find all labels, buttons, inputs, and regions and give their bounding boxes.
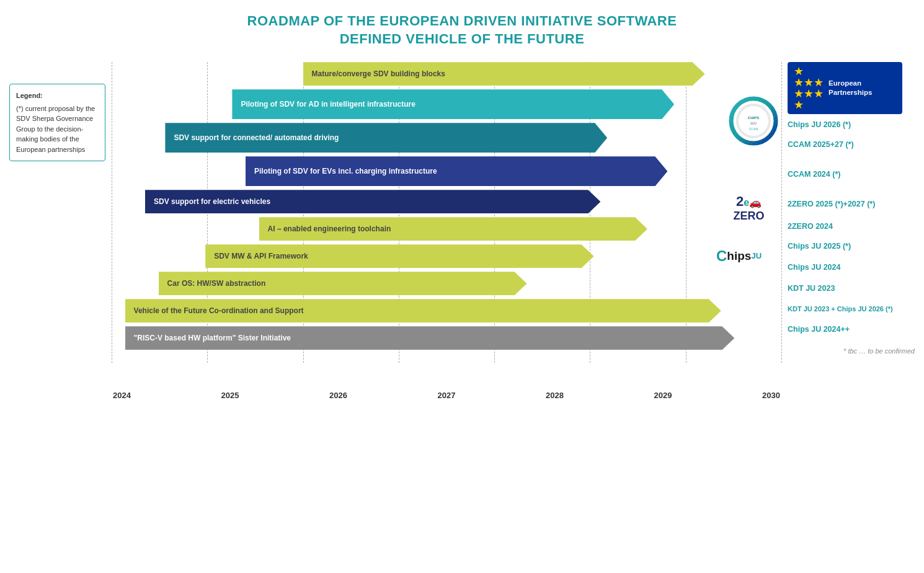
right-label-0: Chips JU 2026 (*) [788, 119, 918, 130]
footnote: * tbc … to be confirmed [788, 347, 918, 355]
right-label-3: 2ZERO 2025 (*)+2027 (*) [788, 198, 918, 210]
right-label-7: KDT JU 2023 [788, 283, 918, 294]
ccam-logo: CHIPS SDV CCAM [729, 96, 778, 146]
right-label-1: CCAM 2025+27 (*) [788, 139, 918, 150]
eu-partnerships-badge: ★★★★★★★★ European Partnerships [788, 62, 902, 114]
bar-2: Piloting of SDV for AD in intelligent in… [232, 89, 674, 119]
right-label-8: KDT JU 2023 + Chips JU 2026 (*) [788, 304, 918, 314]
bar-7: SDV MW & API Framework [205, 244, 593, 268]
twozero-logo: 2e🚗 ZERO [719, 189, 778, 226]
right-label-2: CCAM 2024 (*) [788, 169, 918, 180]
bar-row-10: "RISC-V based HW platform" Sister Initia… [125, 326, 735, 350]
bar-3: SDV support for connected/ automated dri… [165, 123, 607, 153]
right-label-9: Chips JU 2024++ [788, 324, 918, 335]
bar-row-9: Vehicle of the Future Co-ordination and … [125, 299, 721, 322]
legend-title: Legend: [16, 91, 99, 101]
x-label-2024: 2024 [113, 391, 131, 400]
right-label-6: Chips JU 2024 [788, 262, 918, 273]
bar-row-1: Mature/converge SDV building blocks [303, 62, 705, 86]
bars-container: Mature/converge SDV building blocks Pilo… [112, 62, 781, 378]
eu-stars: ★★★★★★★★ [794, 66, 824, 110]
bar-row-5: SDV support for electric vehicles [145, 190, 600, 213]
main-title: ROADMAP OF THE EUROPEAN DRIVEN INITIATIV… [6, 12, 918, 48]
bar-8: Car OS: HW/SW abstraction [159, 272, 527, 295]
bar-row-4: Piloting of SDV for EVs incl. charging i… [246, 156, 667, 186]
bar-6: AI – enabled engineering toolchain [259, 217, 647, 241]
left-panel: Legend: (*) current proposal by the SDV … [6, 65, 112, 561]
bar-row-2: Piloting of SDV for AD in intelligent in… [232, 89, 674, 119]
bar-10: "RISC-V based HW platform" Sister Initia… [125, 326, 735, 350]
legend-text: (*) current proposal by the SDV Sherpa G… [16, 104, 99, 155]
right-label-4: 2ZERO 2024 [788, 221, 918, 232]
bar-5: SDV support for electric vehicles [145, 190, 600, 213]
bar-row-6: AI – enabled engineering toolchain [259, 217, 647, 241]
x-label-2030: 2030 [762, 391, 780, 400]
content-area: Legend: (*) current proposal by the SDV … [6, 59, 918, 561]
svg-point-1 [737, 105, 770, 137]
bar-row-3: SDV support for connected/ automated dri… [165, 123, 607, 153]
chart-area: Mature/converge SDV building blocks Pilo… [112, 59, 781, 561]
chips-ju-logo: C hips JU [716, 242, 778, 270]
x-label-2025: 2025 [221, 391, 239, 400]
right-labels: Chips JU 2026 (*) CCAM 2025+27 (*) CCAM … [788, 119, 918, 335]
svg-text:CCAM: CCAM [749, 127, 758, 131]
svg-text:SDV: SDV [750, 122, 757, 125]
bar-row-7: SDV MW & API Framework [205, 244, 593, 268]
bar-row-8: Car OS: HW/SW abstraction [159, 272, 527, 295]
x-label-2027: 2027 [438, 391, 456, 400]
page-container: ROADMAP OF THE EUROPEAN DRIVEN INITIATIV… [0, 0, 924, 573]
bar-4: Piloting of SDV for EVs incl. charging i… [246, 156, 667, 186]
right-panel: ★★★★★★★★ European Partnerships Chips JU … [781, 59, 918, 561]
x-label-2028: 2028 [546, 391, 564, 400]
right-label-5: Chips JU 2025 (*) [788, 241, 918, 252]
bar-1: Mature/converge SDV building blocks [303, 62, 705, 86]
bar-9: Vehicle of the Future Co-ordination and … [125, 299, 721, 322]
x-label-2026: 2026 [329, 391, 347, 400]
x-label-2029: 2029 [654, 391, 672, 400]
legend-box: Legend: (*) current proposal by the SDV … [9, 84, 105, 161]
svg-text:CHIPS: CHIPS [748, 116, 759, 120]
x-axis: 2024 2025 2026 2027 2028 2029 2030 [112, 391, 781, 400]
eu-badge-text: European Partnerships [828, 79, 896, 97]
